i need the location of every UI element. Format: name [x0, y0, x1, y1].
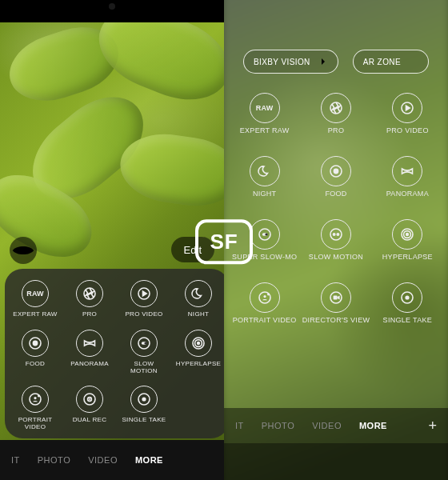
mode-label: SINGLE TAKE — [383, 317, 433, 325]
mode-expert-raw[interactable]: RAWEXPERT RAW — [8, 280, 62, 318]
mode-directors-view[interactable]: DIRECTOR'S VIEW — [300, 282, 371, 325]
mode-label: PORTRAIT VIDEO — [233, 317, 297, 325]
preview-toggle-button[interactable] — [10, 237, 37, 264]
watermark-badge: SF — [195, 219, 253, 264]
tab-video[interactable]: VIDEO — [312, 421, 342, 430]
mode-portrait-video[interactable]: PORTRAIT VIDEO — [229, 282, 300, 325]
mode-food[interactable]: FOOD — [300, 156, 371, 198]
pro-icon — [321, 93, 351, 123]
top-pill-row: BIXBY VISION AR ZONE — [224, 50, 448, 74]
mode-label: FOOD — [26, 361, 45, 368]
bottom-spacer — [224, 443, 448, 480]
tab-photo[interactable]: PHOTO — [262, 421, 294, 430]
mode-pro[interactable]: PRO — [62, 280, 117, 318]
chevron-right-icon — [318, 57, 328, 66]
more-modes-grid: RAWEXPERT RAWPROPRO VIDEONIGHTFOODPANORA… — [224, 93, 448, 406]
hyperlapse-icon — [392, 219, 422, 250]
portrait-video-icon — [250, 282, 280, 313]
mode-label: PANORAMA — [386, 190, 429, 198]
mode-label: HYPERLAPSE — [176, 361, 221, 368]
watermark-text: SF — [210, 230, 238, 254]
slow-motion-icon — [321, 219, 351, 250]
mode-hyperlapse[interactable]: HYPERLAPSE — [171, 330, 224, 375]
tab-portrait[interactable]: IT — [235, 421, 244, 430]
mode-label: PANORAMA — [70, 361, 109, 368]
expert-raw-icon: RAW — [22, 280, 49, 307]
hyperlapse-icon — [185, 330, 212, 357]
add-mode-button[interactable]: + — [428, 418, 437, 434]
left-screenshot: Edit RAWEXPERT RAWPROPRO VIDEONIGHTFOODP… — [0, 0, 224, 480]
mode-label: DIRECTOR'S VIEW — [302, 317, 370, 325]
mode-single-take[interactable]: SINGLE TAKE — [117, 386, 171, 431]
single-take-icon — [130, 386, 158, 413]
single-take-icon — [392, 282, 422, 313]
mode-hyperlapse[interactable]: HYPERLAPSE — [372, 219, 443, 262]
mode-label: PRO — [328, 127, 344, 135]
mode-panorama[interactable]: PANORAMA — [372, 156, 443, 198]
right-screenshot: BIXBY VISION AR ZONE RAWEXPERT RAWPROPRO… — [224, 0, 448, 480]
bixby-vision-button[interactable]: BIXBY VISION — [243, 50, 338, 74]
portrait-video-icon — [22, 386, 49, 413]
status-bar — [0, 0, 224, 22]
mode-dual-rec[interactable]: DUAL REC — [62, 386, 117, 431]
mode-tabbar-right: ITPHOTOVIDEOMORE+ — [224, 408, 448, 443]
mode-slow-motion[interactable]: SLOW MOTION — [300, 219, 371, 262]
directors-view-icon — [321, 282, 351, 313]
pro-video-icon — [392, 93, 422, 123]
mode-label: SLOW MOTION — [309, 254, 363, 262]
tab-video[interactable]: VIDEO — [88, 455, 118, 465]
mode-panorama[interactable]: PANORAMA — [62, 330, 117, 375]
mode-label: FOOD — [325, 190, 346, 198]
expert-raw-icon: RAW — [250, 93, 280, 123]
panorama-icon — [76, 330, 103, 357]
tab-photo[interactable]: PHOTO — [38, 455, 70, 465]
mode-label: EXPERT RAW — [240, 127, 290, 135]
dual-rec-icon — [76, 386, 103, 413]
tab-more[interactable]: MORE — [135, 455, 163, 465]
mode-label: PRO VIDEO — [125, 311, 162, 318]
night-icon — [185, 280, 212, 307]
mode-night[interactable]: NIGHT — [171, 280, 224, 318]
tab-more[interactable]: MORE — [359, 421, 387, 430]
night-icon — [250, 156, 280, 186]
mode-single-take[interactable]: SINGLE TAKE — [372, 282, 443, 325]
mode-label: HYPERLAPSE — [382, 254, 433, 262]
mode-label: SLOW MOTION — [130, 361, 158, 375]
food-icon — [321, 156, 351, 186]
mode-night[interactable]: NIGHT — [229, 156, 300, 198]
mode-pro-video[interactable]: PRO VIDEO — [372, 93, 443, 135]
mode-pro[interactable]: PRO — [300, 93, 371, 135]
bixby-vision-label: BIXBY VISION — [254, 58, 310, 66]
food-icon — [22, 330, 49, 357]
eye-icon — [10, 237, 37, 264]
pro-icon — [76, 280, 103, 307]
mode-portrait-video[interactable]: PORTRAIT VIDEO — [8, 386, 62, 431]
mode-label: NIGHT — [253, 190, 277, 198]
more-modes-sheet: RAWEXPERT RAWPROPRO VIDEONIGHTFOODPANORA… — [5, 269, 224, 438]
super-slow-mo-icon — [250, 219, 280, 250]
mode-food[interactable]: FOOD — [8, 330, 62, 375]
mode-tabbar-left: ITPHOTOVIDEOMORE — [0, 440, 224, 480]
mode-label: DUAL REC — [73, 417, 107, 424]
mode-label: NIGHT — [188, 311, 209, 318]
tab-portrait[interactable]: IT — [11, 455, 20, 465]
mode-label: PRO — [82, 311, 97, 318]
ar-zone-label: AR ZONE — [363, 58, 401, 66]
mode-label: SINGLE TAKE — [122, 417, 166, 424]
download-icon — [409, 57, 418, 66]
mode-expert-raw[interactable]: RAWEXPERT RAW — [229, 93, 300, 135]
pro-video-icon — [130, 280, 158, 307]
mode-label: PORTRAIT VIDEO — [18, 417, 53, 431]
mode-label: EXPERT RAW — [13, 311, 57, 318]
mode-slow-motion[interactable]: SLOW MOTION — [117, 330, 171, 375]
panorama-icon — [392, 156, 422, 186]
mode-label: PRO VIDEO — [386, 127, 429, 135]
ar-zone-button[interactable]: AR ZONE — [353, 50, 429, 74]
mode-pro-video[interactable]: PRO VIDEO — [117, 280, 171, 318]
slow-motion-icon — [130, 330, 158, 357]
